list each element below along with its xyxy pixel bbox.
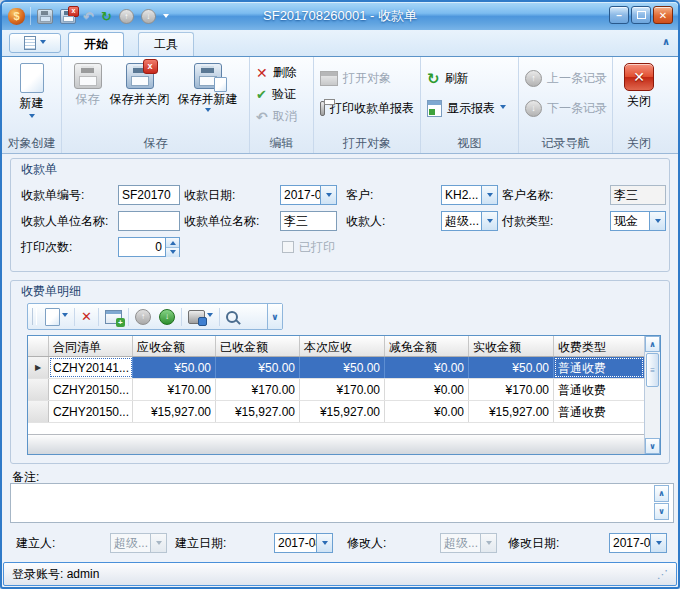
table-cell[interactable]: ¥0.00	[385, 379, 469, 400]
table-cell[interactable]: ¥50.00	[300, 357, 385, 378]
customer-select[interactable]: KH2...	[441, 185, 498, 205]
ribbon-collapse-icon[interactable]: ∧	[662, 36, 670, 47]
table-row[interactable]: ▶ CZHY20141... ¥50.00 ¥50.00 ¥50.00 ¥0.0…	[28, 357, 644, 379]
horizontal-scrollbar[interactable]	[28, 434, 644, 454]
delete-detail-button[interactable]: ✕	[77, 306, 96, 327]
scrollbar-track[interactable]	[645, 388, 660, 438]
notes-scroll-up-button[interactable]: ∧	[654, 485, 669, 502]
table-cell[interactable]: ¥0.00	[385, 401, 469, 422]
move-up-button[interactable]: ↑	[131, 306, 155, 327]
preview-button[interactable]	[222, 306, 246, 327]
table-row[interactable]: CZHY20150... ¥170.00 ¥170.00 ¥170.00 ¥0.…	[28, 379, 644, 401]
save-and-close-button[interactable]: x 保存并关闭	[107, 60, 173, 115]
table-cell[interactable]: ¥170.00	[216, 379, 300, 400]
table-cell[interactable]: ¥15,927.00	[133, 401, 216, 422]
notes-field[interactable]	[10, 483, 674, 523]
pay-type-select[interactable]: 现金	[610, 211, 666, 231]
undo-icon[interactable]: ↶	[83, 10, 94, 23]
maximize-button[interactable]	[631, 6, 651, 24]
dropdown-button[interactable]	[481, 212, 497, 230]
modified-date-picker[interactable]: 2017-0	[609, 533, 667, 553]
table-row[interactable]: CZHY20150... ¥15,927.00 ¥15,927.00 ¥15,9…	[28, 401, 644, 423]
table-cell[interactable]: 普通收费	[554, 401, 644, 422]
row-selector[interactable]: ▶	[28, 357, 49, 378]
stepper-up-button[interactable]	[166, 238, 179, 247]
minimize-button[interactable]: –	[609, 6, 629, 24]
delete-button[interactable]: ✕ 删除	[256, 62, 307, 83]
cancel-button[interactable]: ↶ 取消	[256, 106, 307, 127]
money-bag-icon[interactable]: $	[8, 8, 25, 25]
resize-grip[interactable]: ⋰	[657, 568, 668, 581]
dropdown-button[interactable]	[481, 186, 497, 204]
app-menu-button[interactable]	[9, 33, 61, 53]
print-receipt-report-button[interactable]: 打印收款单报表	[320, 98, 414, 119]
close-window-button[interactable]: ✕	[653, 6, 673, 24]
move-down-button[interactable]: ↓	[155, 306, 179, 327]
receive-unit-field[interactable]: 李三	[280, 211, 337, 231]
column-header[interactable]: 本次应收	[300, 336, 385, 356]
save-close-icon[interactable]: x	[60, 9, 76, 24]
table-cell[interactable]: ¥170.00	[300, 379, 385, 400]
row-selector[interactable]	[28, 379, 49, 400]
column-header[interactable]: 应收金额	[133, 336, 216, 356]
scroll-up-button[interactable]: ∧	[645, 336, 660, 352]
table-cell[interactable]: ¥15,927.00	[300, 401, 385, 422]
modified-by-select[interactable]: 超级...	[440, 533, 497, 553]
dropdown-button[interactable]	[316, 534, 332, 552]
table-cell[interactable]: CZHY20141...	[49, 357, 133, 378]
stepper-down-button[interactable]	[166, 247, 179, 257]
printed-checkbox[interactable]	[282, 241, 294, 253]
table-cell[interactable]: CZHY20150...	[49, 379, 133, 400]
table-cell[interactable]: 普通收费	[554, 357, 644, 378]
add-detail-button[interactable]	[41, 306, 72, 327]
created-date-picker[interactable]: 2017-08	[274, 533, 333, 553]
column-header[interactable]: 实收金额	[469, 336, 554, 356]
show-report-button[interactable]: 显示报表	[427, 98, 512, 119]
table-cell[interactable]: ¥50.00	[216, 357, 300, 378]
row-selector[interactable]	[28, 401, 49, 422]
table-cell[interactable]: ¥0.00	[385, 357, 469, 378]
dropdown-button[interactable]	[650, 534, 666, 552]
column-header[interactable]: 收费类型	[554, 336, 644, 356]
tab-start[interactable]: 开始	[68, 32, 124, 56]
next-record-button[interactable]: ↓ 下一条记录	[525, 98, 606, 119]
payer-unit-field[interactable]	[118, 211, 180, 231]
verify-button[interactable]: ✔ 验证	[256, 84, 307, 105]
tab-tools[interactable]: 工具	[138, 32, 194, 56]
dropdown-button[interactable]	[320, 186, 336, 204]
vertical-scrollbar[interactable]: ∧ ≡ ∨	[644, 336, 660, 454]
receipt-no-field[interactable]: SF20170	[118, 185, 180, 205]
table-cell[interactable]: ¥15,927.00	[216, 401, 300, 422]
new-button[interactable]: 新建	[17, 60, 47, 121]
table-cell[interactable]: ¥50.00	[133, 357, 216, 378]
column-header[interactable]: 已收金额	[216, 336, 300, 356]
created-by-select[interactable]: 超级...	[110, 533, 167, 553]
scrollbar-thumb[interactable]: ≡	[646, 353, 659, 387]
toolbar-grip[interactable]	[32, 308, 37, 325]
export-button[interactable]	[184, 306, 217, 327]
toolbar-overflow-button[interactable]: ∨	[267, 304, 282, 329]
close-button[interactable]: ✕ 关闭	[621, 60, 657, 110]
table-cell[interactable]: CZHY20150...	[49, 401, 133, 422]
notes-scroll-down-button[interactable]: ∨	[654, 503, 669, 520]
edit-detail-button[interactable]	[101, 306, 126, 327]
scroll-down-button[interactable]: ∨	[645, 438, 660, 454]
print-count-stepper[interactable]: 0	[118, 237, 180, 257]
payee-select[interactable]: 超级...	[441, 211, 498, 231]
table-cell[interactable]: ¥15,927.00	[469, 401, 554, 422]
column-header[interactable]: 减免金额	[385, 336, 469, 356]
table-cell[interactable]: ¥170.00	[133, 379, 216, 400]
refresh-button[interactable]: ↻ 刷新	[427, 68, 512, 89]
table-cell[interactable]: ¥50.00	[469, 357, 554, 378]
save-button[interactable]: 保存	[71, 60, 105, 115]
table-cell[interactable]: ¥170.00	[469, 379, 554, 400]
receipt-date-picker[interactable]: 2017-0	[280, 185, 337, 205]
open-object-button[interactable]: 打开对象	[320, 68, 414, 89]
redo-icon[interactable]: ↻	[101, 10, 112, 23]
save-icon[interactable]	[37, 9, 53, 24]
previous-record-button[interactable]: ↑ 上一条记录	[525, 68, 606, 89]
save-and-new-button[interactable]: 保存并新建	[175, 60, 241, 115]
dropdown-button[interactable]	[649, 212, 665, 230]
table-cell[interactable]: 普通收费	[554, 379, 644, 400]
column-header[interactable]: 合同清单	[49, 336, 133, 356]
